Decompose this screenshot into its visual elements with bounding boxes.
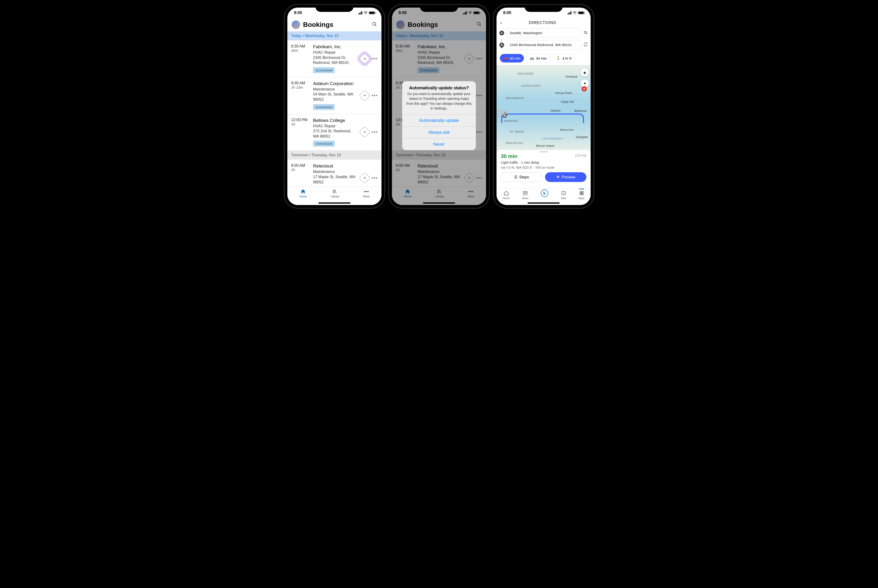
svg-text:4: 4 bbox=[563, 192, 564, 195]
route-dots-icon: ●●● bbox=[499, 39, 504, 42]
tab-label: Library bbox=[331, 195, 339, 198]
booking-time: 12:00 PM bbox=[291, 118, 310, 122]
mode-walk[interactable]: 🚶4 hr 9 bbox=[552, 54, 575, 63]
back-icon[interactable]: ‹ bbox=[500, 20, 502, 26]
settings-icon[interactable] bbox=[584, 30, 588, 36]
booking-time: 8:00 AM bbox=[291, 164, 310, 168]
page-title: DIRECTIONS bbox=[504, 20, 581, 25]
map-label: Mercer Island bbox=[536, 144, 554, 147]
booking-title: Adatum Corporation bbox=[313, 81, 357, 86]
phone-bookings-alert: 8:05 Bookings Today • Wednesday, Nov 15 … bbox=[389, 5, 489, 208]
tab-more[interactable]: •••More bbox=[363, 189, 369, 205]
booking-title: Relecloud bbox=[313, 164, 357, 169]
avatar[interactable] bbox=[292, 20, 300, 29]
booking-item[interactable]: 8:30 AM30m Fabrikam, Inc. HVAC Repair 23… bbox=[287, 40, 381, 77]
map-label: BEACON HILL bbox=[506, 142, 524, 144]
map-label: MADRONA bbox=[504, 120, 518, 122]
directions-button[interactable] bbox=[359, 126, 370, 138]
booking-address: WA 98051 bbox=[313, 134, 357, 139]
route-via: via I-5 N, WA-520 E · Toll on route bbox=[501, 165, 586, 170]
booking-duration: 2h 15m bbox=[291, 85, 310, 89]
mode-duration: 34 min bbox=[536, 56, 547, 60]
booking-duration: 30m bbox=[291, 48, 310, 52]
steps-button[interactable]: ☰Steps bbox=[501, 172, 542, 182]
more-icon[interactable]: ••• bbox=[372, 56, 378, 62]
btab-home[interactable]: Home bbox=[503, 190, 510, 205]
map-view[interactable]: ◈ ✦ A B VIEW RIDGE Kirkland LAURELHURST … bbox=[497, 65, 591, 153]
directions-button[interactable] bbox=[359, 172, 370, 184]
more-dots-icon: ••• bbox=[364, 189, 369, 194]
home-indicator[interactable] bbox=[318, 202, 351, 204]
booking-address: 273 2nd St, Redmond, bbox=[313, 129, 357, 134]
btab-tabs[interactable]: 4Tabs bbox=[561, 190, 566, 205]
bing-icon bbox=[541, 189, 548, 197]
travel-modes: 🚗30 min 🚌34 min 🚶4 hr 9 bbox=[497, 53, 591, 65]
button-label: Preview bbox=[562, 175, 575, 179]
booking-address: Redmond, WA 98101 bbox=[313, 60, 357, 65]
booking-item[interactable]: 8:00 AM2h Relecloud Maintenance 17 Maple… bbox=[287, 160, 381, 186]
alert-always-ask-button[interactable]: Always ask bbox=[402, 126, 476, 138]
booking-address: 2345 Birchwood Dr, bbox=[313, 55, 357, 60]
home-indicator[interactable] bbox=[423, 202, 455, 204]
booking-duration: 2h bbox=[291, 168, 310, 172]
more-icon[interactable]: ••• bbox=[372, 92, 378, 99]
directions-button[interactable] bbox=[359, 53, 370, 64]
svg-point-11 bbox=[541, 190, 548, 197]
origin-pin-icon: A bbox=[499, 31, 504, 35]
preview-button[interactable]: 👁Preview bbox=[545, 172, 586, 182]
origin-field[interactable]: Seattle, Washington bbox=[506, 28, 581, 38]
home-indicator[interactable] bbox=[528, 202, 560, 204]
tab-label: News bbox=[522, 197, 528, 200]
booking-item[interactable]: 9:30 AM2h 15m Adatum Corporation Mainten… bbox=[287, 77, 381, 114]
tabs-icon: 4 bbox=[561, 190, 566, 196]
layers-icon[interactable]: ◈ bbox=[581, 68, 589, 76]
alert-title: Automatically update status? bbox=[402, 81, 476, 92]
map-label: LAURELHURST bbox=[521, 84, 541, 87]
route-distance: (13 mi) bbox=[575, 153, 586, 157]
svg-rect-16 bbox=[580, 194, 581, 195]
map-label: Kirkland bbox=[566, 75, 577, 78]
booking-time: 8:30 AM bbox=[291, 44, 310, 48]
mode-transit[interactable]: 🚌34 min bbox=[526, 54, 550, 63]
date-header-tomorrow: Tomorrow • Thursday, Nov 16 bbox=[287, 151, 381, 160]
booking-title: Bellows College bbox=[313, 118, 357, 123]
status-time: 8:05 bbox=[294, 10, 302, 15]
booking-address: 98052 bbox=[313, 180, 357, 185]
wifi-icon bbox=[573, 11, 577, 15]
swap-icon[interactable] bbox=[584, 42, 588, 48]
more-icon[interactable]: ••• bbox=[372, 175, 378, 181]
route-duration: 30 min bbox=[501, 153, 518, 159]
date-header-today: Today • Wednesday, Nov 15 bbox=[287, 32, 381, 40]
library-icon bbox=[332, 189, 338, 194]
header: Bookings bbox=[287, 18, 381, 32]
status-bar: 8:05 bbox=[287, 8, 381, 18]
directions-button[interactable] bbox=[359, 90, 370, 101]
map-label: Beaux Arts bbox=[560, 128, 574, 131]
map-label: Lake Washington bbox=[542, 137, 563, 140]
svg-point-6 bbox=[585, 32, 585, 32]
booking-duration: 2d bbox=[291, 122, 310, 126]
map-label: BROADMOOR bbox=[506, 97, 524, 99]
more-icon[interactable]: ••• bbox=[372, 129, 378, 135]
tab-home[interactable]: Home bbox=[299, 189, 307, 205]
directions-content: ‹ DIRECTIONS A Seattle, Washington ●●● B… bbox=[497, 18, 591, 205]
signal-icon bbox=[567, 11, 572, 15]
btab-apps[interactable]: Apps bbox=[578, 190, 584, 205]
alert-auto-update-button[interactable]: Automatically update bbox=[402, 114, 476, 126]
directions-header: ‹ DIRECTIONS bbox=[497, 18, 591, 27]
map-label: tle bbox=[497, 106, 509, 120]
destination-field[interactable]: 2345 Birchwood Redmond, WA 98101 bbox=[506, 40, 581, 50]
search-icon[interactable] bbox=[372, 22, 377, 28]
svg-point-0 bbox=[373, 22, 376, 26]
mode-car[interactable]: 🚗30 min bbox=[500, 54, 524, 63]
booking-address: 17 Maple St, Seattle, WA bbox=[313, 174, 357, 180]
tab-label: Apps bbox=[578, 197, 584, 200]
tab-label: Home bbox=[299, 195, 307, 198]
booking-item[interactable]: 12:00 PM2d Bellows College HVAC Repair 2… bbox=[287, 114, 381, 151]
tab-label: Home bbox=[503, 197, 510, 200]
alert-dialog: Automatically update status? Do you want… bbox=[402, 81, 476, 150]
alert-never-button[interactable]: Never bbox=[402, 138, 476, 150]
booking-subtitle: Maintenance bbox=[313, 87, 357, 92]
mode-duration: 4 hr 9 bbox=[562, 56, 571, 60]
alert-message: Do you want to automatically update your… bbox=[402, 92, 476, 114]
